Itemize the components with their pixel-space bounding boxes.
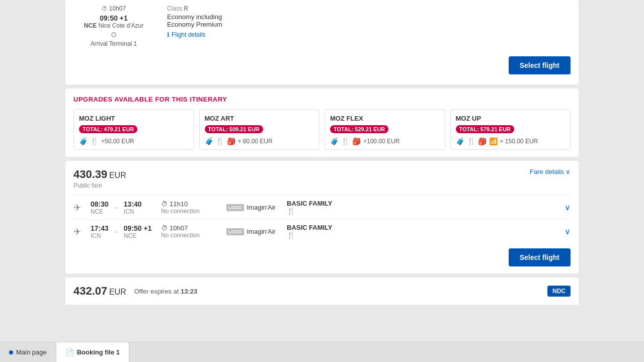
flight-times-block: ⏱ 10h07 09:50 +1 NCE Nice Cote d'Azur Ar… [73, 5, 154, 47]
fare-card-middle: 430.39 EUR Public fare Fare details ∨ ✈ … [65, 161, 579, 274]
select-flight-row-bottom: Select flight [73, 248, 571, 266]
duration-text-2: ⏱ 10h07 [161, 224, 221, 232]
airline-logo-block-1: LOGO Imagin'Air [226, 204, 282, 211]
fare-price-value: 430.39 [73, 168, 107, 180]
arr-time-1: 13:40 [124, 200, 142, 208]
upgrade-card-moz-art[interactable]: MOZ ART TOTAL: 509.21 EUR 🧳 🍴 🎒 + 80.00 … [199, 109, 320, 150]
flight-row-1: ✈ 08:30 NCE → 13:40 ICN ⏱ 11h10 No conne… [73, 195, 571, 219]
select-flight-row-top: Select flight [73, 52, 571, 76]
upgrade-card-moz-up[interactable]: MOZ UP TOTAL: 579.21 EUR 🧳 🍴 🎒 📶 + 150.0… [450, 109, 571, 150]
departure-plane-icon: ✈ [73, 202, 86, 213]
dot-connector [111, 32, 116, 37]
family-icons-1: 🍴 [287, 207, 295, 215]
fare-price-block: 430.39 EUR Public fare [73, 168, 126, 189]
upgrade-name-moz-up: MOZ UP [456, 115, 566, 122]
fare-header: 430.39 EUR Public fare Fare details ∨ [73, 168, 571, 189]
upgrade-name-moz-flex: MOZ FLEX [330, 115, 440, 122]
tab-main-page-label: Main page [16, 348, 47, 356]
tab-booking-file[interactable]: 📄 Booking file 1 [56, 342, 129, 362]
upgrade-features-moz-flex: 🧳 🍴 🎒 +100.00 EUR [330, 137, 440, 145]
upgrade-card-moz-flex[interactable]: MOZ FLEX TOTAL: 529.21 EUR 🧳 🍴 🎒 +100.00… [325, 109, 445, 150]
fare-currency: EUR [109, 171, 126, 179]
bag-icon-up: 🧳 [456, 137, 464, 145]
upgrade-total-moz-flex: TOTAL: 529.21 EUR [330, 125, 388, 133]
duration-text-1: ⏱ 11h10 [161, 200, 221, 208]
tab-booking-file-label: Booking file 1 [77, 348, 120, 356]
bottom-price-block: 432.07 EUR [73, 285, 126, 298]
upgrade-extra-moz-light: +50.00 EUR [101, 138, 134, 145]
carry-icon-art: 🎒 [227, 137, 235, 145]
upgrade-name-moz-light: MOZ LIGHT [79, 115, 189, 122]
route-block-2: 17:43 ICN → 09:50 +1 NCE [91, 224, 156, 239]
clock-icon: ⏱ [102, 6, 107, 12]
bag-icon-flex: 🧳 [330, 137, 339, 145]
dep-time-2: 17:43 [91, 224, 109, 232]
duration-value: 10h07 [109, 5, 126, 12]
duration-block-2: ⏱ 10h07 No connection [161, 224, 221, 239]
arr-airport-2: NCE [124, 232, 152, 239]
dep-airport-2: ICN [91, 232, 109, 239]
class-value: R [184, 5, 188, 12]
fare-price-row: 430.39 EUR [73, 168, 126, 181]
airline-logo-2: LOGO [226, 228, 244, 235]
no-connection-2: No connection [161, 232, 221, 239]
arrow-icon-1: → [113, 204, 120, 212]
upgrade-card-moz-light[interactable]: MOZ LIGHT TOTAL: 479.21 EUR 🧳 🍴 +50.00 E… [73, 109, 194, 150]
upgrade-total-moz-light: TOTAL: 479.21 EUR [79, 125, 137, 133]
tab-main-page[interactable]: Main page [0, 342, 56, 362]
family-name-1: BASIC FAMILY [287, 200, 333, 207]
arr-airport-1: ICN [124, 208, 142, 215]
class-label: Class R [167, 5, 571, 12]
flight-details-link[interactable]: ℹ Flight details [167, 31, 571, 38]
chevron-down-icon: ∨ [566, 168, 571, 175]
bottom-currency: EUR [109, 288, 126, 296]
duration-block-1: ⏱ 11h10 No connection [161, 200, 221, 215]
meal-icon-art: 🍴 [216, 137, 224, 145]
fare-public-label: Public fare [73, 182, 126, 189]
arrival-plane-icon: ✈ [73, 226, 86, 237]
bag-icon-art: 🧳 [205, 137, 213, 145]
upgrades-grid: MOZ LIGHT TOTAL: 479.21 EUR 🧳 🍴 +50.00 E… [73, 109, 571, 150]
info-icon: ℹ [167, 31, 170, 38]
arrow-icon-2: → [113, 228, 120, 236]
family-name-2: BASIC FAMILY [287, 224, 333, 231]
offer-expires-time: 13:23 [181, 288, 197, 295]
family-block-1: BASIC FAMILY 🍴 ∨ [287, 200, 571, 215]
flight-row-2: ✈ 17:43 ICN → 09:50 +1 NCE ⏱ 10h07 No co… [73, 219, 571, 243]
upgrade-features-moz-light: 🧳 🍴 +50.00 EUR [79, 137, 189, 145]
route-block-1: 08:30 NCE → 13:40 ICN [91, 200, 156, 215]
upgrades-title: UPGRADES AVAILABLE FOR THIS ITINERARY [73, 96, 571, 103]
clock-icon-1: ⏱ [161, 200, 168, 208]
dep-airport-1: NCE [91, 208, 109, 215]
class-economy-premium: Economy Premium [167, 21, 571, 28]
select-flight-button-bottom[interactable]: Select flight [509, 248, 571, 266]
carry-icon-flex: 🎒 [352, 137, 361, 145]
upgrade-extra-moz-art: + 80.00 EUR [238, 138, 273, 145]
upgrade-extra-moz-flex: +100.00 EUR [363, 138, 399, 145]
select-flight-button-top[interactable]: Select flight [509, 56, 571, 74]
chevron-icon-2[interactable]: ∨ [565, 227, 571, 236]
tab-bar: Main page 📄 Booking file 1 [0, 342, 644, 362]
upgrade-total-moz-art: TOTAL: 509.21 EUR [205, 125, 263, 133]
offer-expires-text: Offer expires at 13:23 [134, 288, 539, 295]
chevron-icon-1[interactable]: ∨ [565, 203, 571, 212]
arr-time-2: 09:50 +1 [124, 224, 152, 232]
upgrade-features-moz-art: 🧳 🍴 🎒 + 80.00 EUR [205, 137, 314, 145]
upgrade-name-moz-art: MOZ ART [205, 115, 314, 122]
upgrade-extra-moz-up: + 150.00 EUR [500, 138, 538, 145]
class-economy-including: Economy including [167, 13, 571, 21]
terminal-info: Arrival Terminal 1 [91, 40, 137, 47]
fare-details-link[interactable]: Fare details ∨ [530, 168, 571, 175]
airport-code: NCE [84, 22, 97, 29]
meal-icon: 🍴 [90, 137, 99, 145]
family-block-2: BASIC FAMILY 🍴 ∨ [287, 224, 571, 239]
upgrade-total-moz-up: TOTAL: 579.21 EUR [456, 125, 514, 133]
airline-logo-block-2: LOGO Imagin'Air [226, 228, 282, 235]
booking-file-icon: 📄 [65, 348, 74, 356]
top-flight-card: ⏱ 10h07 09:50 +1 NCE Nice Cote d'Azur Ar… [65, 0, 579, 84]
airline-name-2: Imagin'Air [247, 228, 276, 235]
fare-card-bottom: 432.07 EUR Offer expires at 13:23 NDC [65, 278, 579, 305]
upgrades-section: UPGRADES AVAILABLE FOR THIS ITINERARY MO… [65, 88, 579, 157]
arrival-time: 09:50 +1 [100, 14, 128, 22]
main-page-dot [9, 350, 13, 354]
